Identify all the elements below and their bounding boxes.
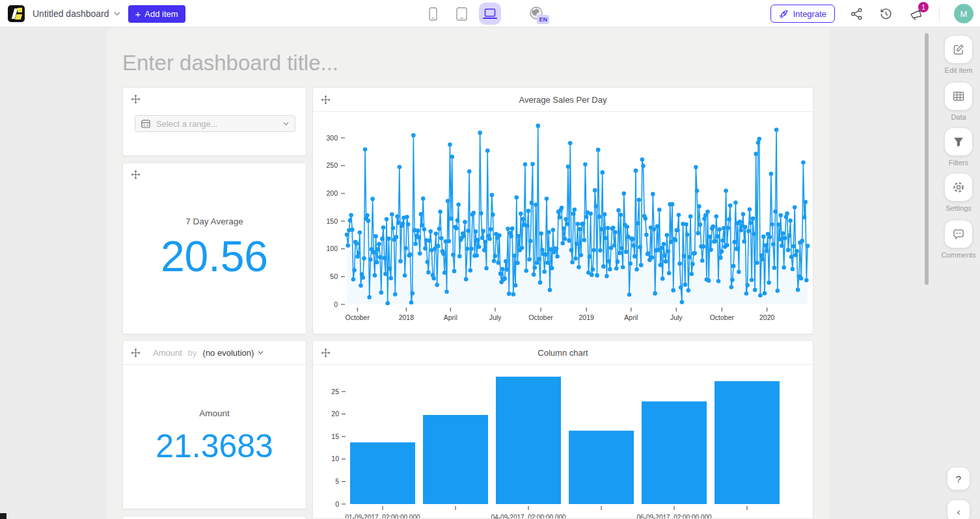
svg-text:July: July: [670, 313, 683, 321]
svg-text:300: 300: [326, 134, 338, 142]
edit-icon: [952, 43, 965, 56]
evolution-value: (no evolution): [203, 348, 254, 358]
desktop-view-button[interactable]: [479, 3, 501, 25]
svg-text:0: 0: [334, 300, 338, 308]
chevron-left-icon: ‹: [957, 506, 960, 517]
svg-text:01-09-2017, 02:00:00.000: 01-09-2017, 02:00:00.000: [345, 514, 420, 519]
svg-text:5: 5: [335, 477, 339, 485]
move-handle[interactable]: [131, 94, 141, 104]
sidebar-item-edit: Edit item: [937, 36, 980, 74]
evolution-select[interactable]: (no evolution): [203, 348, 264, 358]
svg-text:2020: 2020: [759, 313, 775, 321]
svg-text:200: 200: [326, 189, 338, 197]
settings-button[interactable]: [945, 174, 972, 201]
comment-icon: [952, 228, 965, 241]
seven-day-average-widget: 7 Day Average 20.56: [122, 163, 306, 334]
date-range-widget: Select a range...: [122, 87, 306, 156]
svg-text:06-09-2017, 02:00:00.000: 06-09-2017, 02:00:00.000: [636, 514, 712, 519]
svg-text:20: 20: [331, 410, 339, 418]
dashboard-name: Untitled dashboard: [33, 8, 109, 19]
dashboard-canvas: Enter dashboard title... Select a range.…: [107, 27, 830, 519]
svg-text:July: July: [489, 313, 502, 321]
laptop-icon: [483, 8, 497, 20]
svg-text:15: 15: [331, 432, 339, 440]
svg-text:50: 50: [330, 273, 338, 280]
partial-widget: [122, 516, 306, 519]
tablet-view-button[interactable]: [450, 3, 472, 25]
vertical-scrollbar[interactable]: [925, 33, 929, 285]
question-mark-icon: ?: [956, 473, 961, 485]
history-icon: [880, 8, 892, 20]
right-sidebar: Edit item Data Filters: [937, 27, 980, 519]
workspace: Enter dashboard title... Select a range.…: [0, 27, 980, 519]
svg-text:October: October: [346, 313, 370, 321]
line-chart-widget: Average Sales Per Day 050100150200250300…: [312, 87, 813, 334]
column-chart[interactable]: 051015202501-09-2017, 02:00:00.00002-09-…: [313, 365, 813, 519]
sidebar-label: Filters: [949, 159, 968, 166]
svg-text:2019: 2019: [578, 313, 594, 321]
cursor-artifact: [0, 513, 7, 519]
edit-item-button[interactable]: [945, 36, 972, 63]
comments-button[interactable]: [945, 220, 972, 248]
sidebar-label: Settings: [946, 204, 972, 212]
add-item-button[interactable]: + Add item: [128, 5, 185, 23]
help-button[interactable]: ?: [947, 468, 970, 490]
date-range-placeholder: Select a range...: [156, 119, 277, 129]
svg-text:October: October: [710, 313, 735, 321]
avatar-initial: M: [960, 9, 968, 19]
sidebar-item-data: Data: [937, 83, 980, 121]
svg-text:100: 100: [326, 245, 338, 252]
calendar-icon: [141, 119, 150, 128]
dashboard-name-dropdown[interactable]: Untitled dashboard: [33, 8, 120, 19]
language-button[interactable]: EN: [524, 2, 548, 25]
whats-new-button[interactable]: 1: [908, 6, 925, 21]
dashboard-title-input[interactable]: Enter dashboard title...: [122, 51, 338, 75]
move-handle[interactable]: [131, 348, 141, 358]
chevron-down-icon: [283, 122, 289, 126]
data-button[interactable]: [945, 83, 972, 110]
mobile-view-button[interactable]: [422, 3, 444, 25]
chart-title: Column chart: [352, 348, 774, 358]
svg-text:April: April: [444, 313, 457, 321]
svg-text:04-09-2017, 02:00:00.000: 04-09-2017, 02:00:00.000: [491, 514, 566, 519]
funnel-icon: [952, 135, 965, 148]
sidebar-item-settings: Settings: [937, 174, 980, 212]
move-handle[interactable]: [321, 348, 331, 358]
plus-icon: +: [135, 9, 141, 19]
sidebar-label: Comments: [941, 251, 975, 259]
svg-text:2018: 2018: [399, 313, 415, 321]
sidebar-item-comments: Comments: [937, 220, 980, 259]
kpi-label: Amount: [199, 408, 230, 418]
sidebar-label: Edit item: [945, 66, 973, 74]
sidebar-item-filters: Filters: [937, 128, 980, 166]
phone-icon: [429, 7, 437, 21]
table-icon: [952, 90, 965, 103]
divider: [939, 6, 940, 21]
share-icon: [851, 8, 863, 20]
topbar: Untitled dashboard + Add item: [0, 0, 980, 27]
app-logo[interactable]: [8, 5, 25, 22]
svg-text:250: 250: [326, 161, 338, 169]
chevron-down-icon: [114, 12, 120, 16]
gear-icon: [952, 181, 965, 194]
language-badge: EN: [537, 15, 549, 24]
measure-label: Amount: [153, 348, 182, 358]
date-range-select[interactable]: Select a range...: [135, 115, 295, 132]
chevron-down-icon: [258, 351, 264, 354]
add-item-label: Add item: [144, 9, 178, 19]
history-button[interactable]: [878, 7, 893, 21]
move-handle[interactable]: [321, 95, 331, 105]
logo-shape: [18, 8, 22, 12]
svg-text:25: 25: [331, 388, 339, 395]
kpi-value: 20.56: [161, 232, 268, 281]
line-chart[interactable]: 050100150200250300October2018AprilJulyOc…: [313, 112, 814, 335]
avatar[interactable]: M: [954, 4, 973, 23]
chart-title: Average Sales Per Day: [352, 95, 774, 105]
rocket-icon: [779, 9, 789, 19]
share-button[interactable]: [849, 7, 864, 21]
amount-widget: Amount by (no evolution) Amount 21.3683: [122, 340, 306, 509]
integrate-button[interactable]: Integrate: [770, 5, 835, 23]
filters-button[interactable]: [945, 128, 972, 155]
collapse-sidebar-button[interactable]: ‹: [947, 500, 970, 519]
svg-text:0: 0: [335, 500, 339, 508]
